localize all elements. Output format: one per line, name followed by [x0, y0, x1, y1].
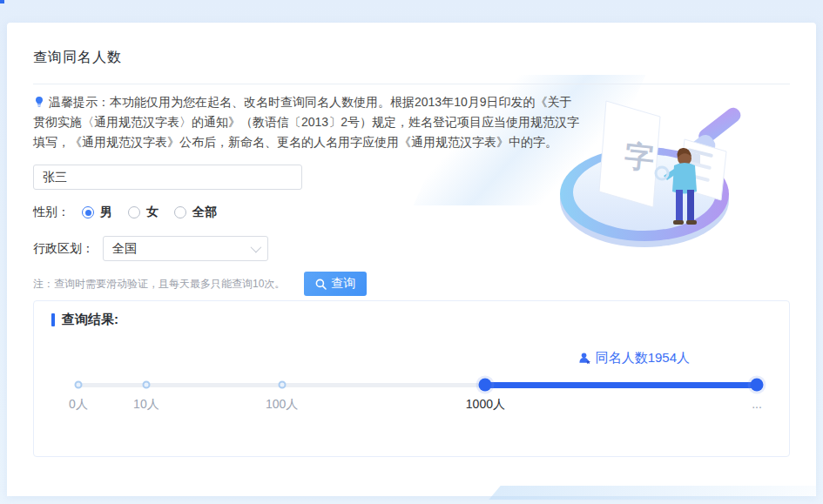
region-select[interactable]: 全国	[103, 236, 268, 261]
slider-mark-label: 100人	[266, 397, 298, 413]
svg-text:字: 字	[623, 138, 656, 174]
region-row: 行政区划： 全国	[33, 236, 268, 261]
same-name-count: 同名人数1954人	[578, 350, 690, 366]
radio-all-circle[interactable]	[174, 206, 186, 218]
radio-male[interactable]: 男	[82, 205, 112, 220]
slider-mark-label-active: 1000人	[466, 397, 505, 413]
result-slider[interactable]: 0人 10人 100人 1000人 ...	[78, 378, 757, 413]
slider-stop-0	[75, 381, 83, 389]
slider-mark-label: ...	[752, 397, 762, 411]
results-header: 查询结果:	[51, 312, 118, 328]
radio-male-label[interactable]: 男	[100, 205, 112, 220]
note-row: 注：查询时需要滑动验证，且每天最多只能查询10次。 查询	[33, 272, 367, 296]
notice-text: 温馨提示：本功能仅用为您在起名、改名时查询同名人数使用。根据2013年10月9日…	[33, 92, 584, 152]
page-title: 查询同名人数	[33, 49, 122, 67]
query-button-label: 查询	[331, 276, 355, 292]
search-icon	[315, 279, 327, 290]
accent-bar	[51, 313, 55, 326]
region-select-value: 全国	[112, 241, 137, 257]
radio-male-circle[interactable]	[82, 206, 94, 218]
radio-female-circle[interactable]	[128, 206, 140, 218]
radio-female[interactable]: 女	[128, 205, 159, 220]
user-icon	[578, 352, 591, 365]
document-sheet: 字	[599, 101, 660, 207]
gender-row: 性别： 男 女 全部	[33, 204, 233, 221]
slider-stop-10	[142, 381, 150, 389]
bulb-icon	[33, 94, 45, 106]
slider-handle[interactable]	[751, 379, 764, 392]
name-input[interactable]	[33, 165, 302, 190]
slider-stop-100	[278, 381, 286, 389]
title-divider	[33, 84, 790, 84]
radio-all-label[interactable]: 全部	[192, 205, 217, 220]
query-button[interactable]: 查询	[304, 272, 367, 296]
diagonal-decoration-bottom	[489, 486, 822, 500]
slider-mark-label: 0人	[69, 397, 88, 413]
notice-body: 温馨提示：本功能仅用为您在起名、改名时查询同名人数使用。根据2013年10月9日…	[33, 95, 579, 149]
results-title: 查询结果:	[62, 312, 118, 328]
corner-decoration	[0, 0, 4, 3]
chevron-down-icon	[251, 242, 262, 253]
note-text: 注：查询时需要滑动验证，且每天最多只能查询10次。	[33, 277, 285, 292]
radio-female-label[interactable]: 女	[146, 205, 159, 220]
same-name-count-text: 同名人数1954人	[596, 350, 690, 366]
results-panel: 查询结果: 同名人数1954人 0人 10人 100人 1000人 ...	[33, 300, 790, 457]
magnifier-illustration: 字	[556, 85, 743, 264]
gender-label: 性别：	[33, 205, 70, 220]
main-card: 查询同名人数 温馨提示：本功能仅用为您在起名、改名时查询同名人数使用。根据201…	[7, 23, 816, 496]
slider-mark-label: 10人	[133, 397, 159, 413]
radio-all[interactable]: 全部	[174, 205, 217, 220]
slider-stop-1000	[479, 379, 492, 392]
slider-active-segment	[485, 382, 757, 388]
region-label: 行政区划：	[33, 241, 94, 257]
